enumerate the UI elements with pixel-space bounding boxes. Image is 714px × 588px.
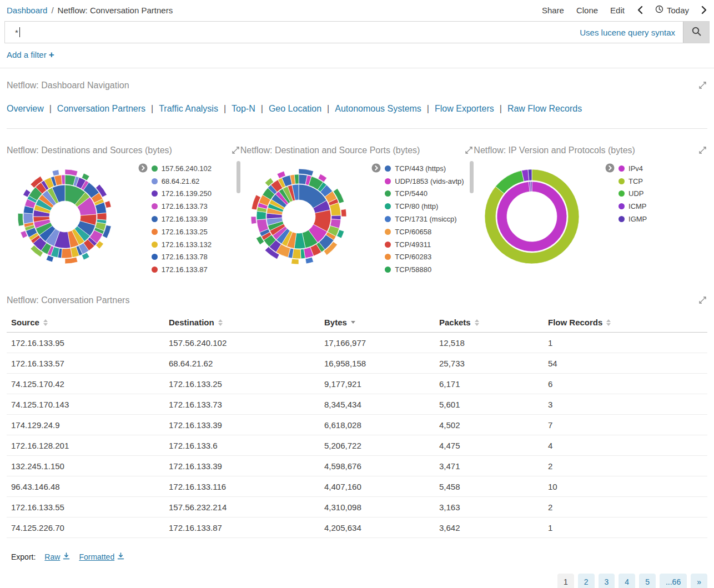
page-button-2[interactable]: 2 [578,574,595,588]
page-title: Netflow: Conversation Partners [58,6,173,15]
expand-panel-icon[interactable] [698,145,707,155]
page-button-5[interactable]: 5 [639,574,656,588]
export-raw-link[interactable]: Raw [44,552,70,561]
legend-item-tcp-5440[interactable]: TCP/5440 [385,188,468,200]
page-button-4[interactable]: 4 [619,574,635,588]
legend-item-tcp-60283[interactable]: TCP/60283 [385,251,468,264]
legend-item-udp[interactable]: UDP [619,188,702,200]
column-header-bytes[interactable]: Bytes [320,312,435,333]
legend-label: IGMP [628,215,647,223]
time-back-icon[interactable] [637,6,643,14]
sunburst-chart-destination-and-source-ports[interactable] [240,158,357,275]
cell-packets: 6,171 [435,374,544,394]
legend-item-igmp[interactable]: IGMP [619,213,702,225]
legend-scrollbar[interactable] [470,161,474,193]
time-picker-button[interactable]: Today [655,5,689,15]
cell-packets: 3,471 [435,456,544,476]
legend-item-tcp[interactable]: TCP [619,175,702,188]
query-input[interactable]: * [5,22,580,43]
legend-item-ipv4[interactable]: IPv4 [619,162,702,175]
nav-link-separator: | [500,104,502,113]
nav-link-conversation-partners[interactable]: Conversation Partners [57,104,145,113]
legend-item-172-16-133-87[interactable]: 172.16.133.87 [152,263,235,276]
column-header-packets[interactable]: Packets [435,312,544,333]
legend-item-tcp-1731-msiccp[interactable]: TCP/1731 (msiccp) [385,213,468,225]
cell-flow-records: 4 [544,435,707,456]
legend-item-icmp[interactable]: ICMP [619,200,702,213]
legend-item-tcp-80-http[interactable]: TCP/80 (http) [385,200,468,213]
sunburst-chart-destinations-and-sources[interactable] [7,158,123,275]
expand-panel-icon[interactable] [698,81,707,90]
sunburst-chart-ip-version-and-protocols[interactable] [474,158,590,275]
nav-link-overview[interactable]: Overview [7,104,44,113]
top-bar: Dashboard / Netflow: Conversation Partne… [0,0,714,20]
breadcrumb: Dashboard / Netflow: Conversation Partne… [7,6,173,15]
column-label: Destination [169,318,214,327]
legend-collapse-icon[interactable] [138,163,148,276]
cell-bytes: 4,407,160 [320,476,435,497]
legend-item-172-16-133-73[interactable]: 172.16.133.73 [152,200,235,213]
panel-destinations-and-sources: Netflow: Destinations and Sources (bytes… [7,138,240,284]
edit-button[interactable]: Edit [610,6,625,15]
breadcrumb-dashboard-link[interactable]: Dashboard [7,6,47,15]
legend-item-tcp-60658[interactable]: TCP/60658 [385,225,468,238]
page-button-next[interactable]: » [691,574,707,588]
page-button-66[interactable]: ...66 [660,574,687,588]
legend-label: 157.56.240.102 [162,164,212,173]
search-button[interactable] [683,22,709,43]
share-button[interactable]: Share [542,6,564,15]
sort-icon [218,319,223,326]
legend: TCP/443 (https)UDP/1853 (vids-avtp)TCP/5… [385,162,468,276]
nav-link-traffic-analysis[interactable]: Traffic Analysis [159,104,218,113]
query-value: * [15,28,18,37]
column-header-flow-records[interactable]: Flow Records [544,312,707,333]
legend-item-68-64-21-62[interactable]: 68.64.21.62 [152,175,235,188]
cell-bytes: 5,206,722 [320,435,435,456]
nav-link-separator: | [327,104,329,113]
cell-packets: 4,475 [435,435,544,456]
expand-panel-icon[interactable] [698,295,707,305]
nav-link-top-n[interactable]: Top-N [232,104,255,113]
download-icon [117,552,124,561]
table-row: 96.43.146.48172.16.133.1164,407,1605,458… [7,476,707,497]
plus-icon: + [49,49,54,60]
legend-scrollbar[interactable] [237,161,240,193]
legend-collapse-icon[interactable] [371,163,381,276]
breadcrumb-separator: / [51,6,53,15]
page-button-3[interactable]: 3 [599,574,615,588]
legend-item-tcp-49311[interactable]: TCP/49311 [385,238,468,251]
legend-item-tcp-58880[interactable]: TCP/58880 [385,263,468,276]
nav-link-flow-exporters[interactable]: Flow Exporters [435,104,494,113]
nav-link-autonomous-systems[interactable]: Autonomous Systems [335,104,421,113]
cell-source: 174.129.24.9 [7,415,164,435]
legend-item-udp-1853-vids-avtp[interactable]: UDP/1853 (vids-avtp) [385,175,468,188]
legend-item-172-16-133-78[interactable]: 172.16.133.78 [152,251,235,264]
add-filter-link[interactable]: Add a filter+ [7,50,54,59]
cell-packets: 3,163 [435,497,544,517]
legend-collapse-icon[interactable] [605,163,615,225]
legend-item-157-56-240-102[interactable]: 157.56.240.102 [152,162,235,175]
nav-link-geo-location[interactable]: Geo Location [269,104,321,113]
time-forward-icon[interactable] [701,6,707,14]
clone-button[interactable]: Clone [576,6,598,15]
legend-color-dot [619,190,625,197]
page-button-1[interactable]: 1 [557,574,574,588]
legend-item-172-16-133-132[interactable]: 172.16.133.132 [152,238,235,251]
table-row: 74.125.226.70172.16.133.874,205,6343,642… [7,517,707,538]
legend-item-tcp-443-https[interactable]: TCP/443 (https) [385,162,468,175]
expand-panel-icon[interactable] [231,145,240,155]
legend-label: 172.16.133.25 [162,228,208,236]
expand-panel-icon[interactable] [464,145,474,155]
legend-item-172-16-133-25[interactable]: 172.16.133.25 [152,225,235,238]
cell-flow-records: 3 [544,394,707,415]
legend-item-172-16-133-39[interactable]: 172.16.133.39 [152,213,235,225]
column-header-source[interactable]: Source [7,312,164,333]
export-formatted-link[interactable]: Formatted [79,552,124,561]
cell-packets: 12,518 [435,333,544,353]
panel-destination-and-source-ports: Netflow: Destination and Source Ports (b… [240,138,474,284]
legend-label: 172.16.133.87 [162,265,208,274]
lucene-syntax-link[interactable]: Uses lucene query syntax [580,28,675,37]
column-header-destination[interactable]: Destination [164,312,320,333]
nav-link-raw-flow-records[interactable]: Raw Flow Records [507,104,582,113]
legend-item-172-16-139-250[interactable]: 172.16.139.250 [152,188,235,200]
